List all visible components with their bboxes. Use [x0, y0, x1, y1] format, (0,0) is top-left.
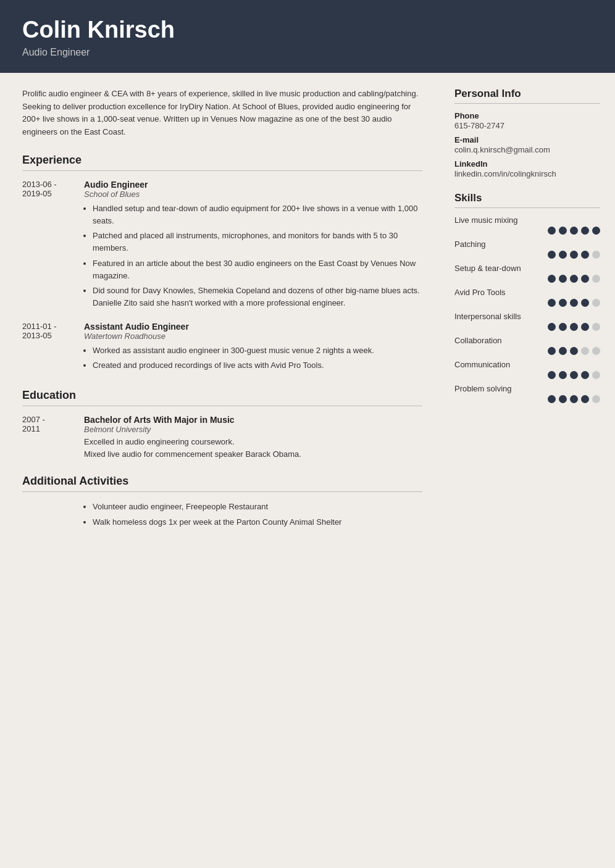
resume-header: Colin Knirsch Audio Engineer	[0, 0, 615, 73]
dot-filled	[581, 299, 589, 307]
skills-heading: Skills	[454, 192, 600, 204]
phone-label: Phone	[454, 111, 600, 120]
dot-empty	[592, 251, 600, 259]
skill-name-0: Live music mixing	[454, 215, 600, 225]
experience-section: Experience 2013-06 - 2019-05 Audio Engin…	[22, 154, 422, 374]
edu-1-degree: Bachelor of Arts With Major in Music	[84, 415, 422, 425]
dot-filled	[548, 251, 556, 259]
dot-filled	[570, 299, 578, 307]
skill-dots-3	[454, 299, 600, 307]
bullet-item: Worked as assistant audio engineer in 30…	[93, 344, 422, 357]
skill-item-3: Avid Pro Tools	[454, 288, 600, 307]
exp-2-company: Watertown Roadhouse	[84, 332, 422, 341]
skill-item-4: Interpersonal skills	[454, 312, 600, 331]
right-column: Personal Info Phone 615-780-2747 E-mail …	[442, 73, 615, 561]
experience-entry-2: 2011-01 - 2013-05 Assistant Audio Engine…	[22, 322, 422, 374]
candidate-title: Audio Engineer	[22, 47, 593, 58]
dot-empty	[592, 275, 600, 283]
dot-filled	[548, 299, 556, 307]
skill-dots-0	[454, 227, 600, 235]
exp-1-dates: 2013-06 - 2019-05	[22, 180, 84, 312]
exp-1-job-title: Audio Engineer	[84, 180, 422, 190]
skill-name-2: Setup & tear-down	[454, 264, 600, 273]
skill-dots-2	[454, 275, 600, 283]
dot-filled	[559, 347, 567, 355]
dot-filled	[570, 395, 578, 403]
skill-item-5: Collaboration	[454, 336, 600, 355]
dot-filled	[570, 347, 578, 355]
dot-filled	[570, 371, 578, 379]
exp-2-content: Assistant Audio Engineer Watertown Roadh…	[84, 322, 422, 374]
dot-filled	[581, 395, 589, 403]
skill-dots-6	[454, 371, 600, 379]
dot-filled	[548, 323, 556, 331]
skill-dots-7	[454, 395, 600, 403]
dot-filled	[581, 323, 589, 331]
exp-2-job-title: Assistant Audio Engineer	[84, 322, 422, 332]
personal-info-section: Personal Info Phone 615-780-2747 E-mail …	[454, 88, 600, 178]
dot-filled	[559, 227, 567, 235]
skills-section: Skills Live music mixingPatchingSetup & …	[454, 192, 600, 403]
activity-item-1: Volunteer audio engineer, Freepeople Res…	[93, 501, 422, 514]
exp-2-dates: 2011-01 - 2013-05	[22, 322, 84, 374]
edu-1-institution: Belmont University	[84, 425, 422, 434]
skills-list: Live music mixingPatchingSetup & tear-do…	[454, 215, 600, 403]
exp-1-content: Audio Engineer School of Blues Handled s…	[84, 180, 422, 312]
dot-filled	[592, 227, 600, 235]
activities-divider	[22, 491, 422, 492]
dot-filled	[559, 251, 567, 259]
dot-filled	[548, 347, 556, 355]
dot-empty	[592, 323, 600, 331]
bullet-item: Created and produced recordings of live …	[93, 359, 422, 372]
dot-empty	[592, 347, 600, 355]
dot-empty	[581, 347, 589, 355]
activity-item-2: Walk homeless dogs 1x per week at the Pa…	[93, 516, 422, 529]
skill-name-3: Avid Pro Tools	[454, 288, 600, 297]
edu-1-detail-1: Excelled in audio engineering coursework…	[84, 436, 422, 448]
candidate-name: Colin Knirsch	[22, 17, 593, 43]
skill-item-1: Patching	[454, 240, 600, 259]
dot-empty	[592, 371, 600, 379]
personal-info-divider	[454, 103, 600, 104]
skill-item-7: Problem solving	[454, 384, 600, 403]
summary-text: Prolific audio engineer & CEA with 8+ ye…	[22, 88, 422, 139]
skill-name-6: Communication	[454, 360, 600, 369]
dot-filled	[548, 371, 556, 379]
bullet-item: Handled setup and tear-down of audio equ…	[93, 202, 422, 227]
exp-1-company: School of Blues	[84, 190, 422, 199]
dot-filled	[559, 371, 567, 379]
education-heading: Education	[22, 389, 422, 402]
dot-filled	[559, 299, 567, 307]
resume-body: Prolific audio engineer & CEA with 8+ ye…	[0, 73, 615, 561]
dot-filled	[581, 275, 589, 283]
dot-filled	[548, 227, 556, 235]
dot-filled	[570, 323, 578, 331]
dot-filled	[570, 251, 578, 259]
dot-filled	[570, 275, 578, 283]
skill-name-5: Collaboration	[454, 336, 600, 345]
skill-name-7: Problem solving	[454, 384, 600, 393]
dot-filled	[559, 395, 567, 403]
linkedin-label: LinkedIn	[454, 159, 600, 169]
skill-item-6: Communication	[454, 360, 600, 379]
edu-1-dates: 2007 - 2011	[22, 415, 84, 460]
bullet-item: Patched and placed all instruments, micr…	[93, 230, 422, 254]
skill-dots-4	[454, 323, 600, 331]
email-value: colin.q.knirsch@gmail.com	[454, 145, 600, 154]
activities-bullets: Volunteer audio engineer, Freepeople Res…	[84, 501, 422, 529]
experience-divider	[22, 170, 422, 171]
edu-1-detail-2: Mixed live audio for commencement speake…	[84, 448, 422, 461]
skill-item-2: Setup & tear-down	[454, 264, 600, 283]
phone-value: 615-780-2747	[454, 121, 600, 130]
bullet-item: Did sound for Davy Knowles, Shemekia Cop…	[93, 285, 422, 309]
dot-filled	[548, 275, 556, 283]
skill-name-1: Patching	[454, 240, 600, 249]
email-label: E-mail	[454, 135, 600, 144]
dot-empty	[592, 395, 600, 403]
education-divider	[22, 406, 422, 406]
dot-empty	[592, 299, 600, 307]
skill-item-0: Live music mixing	[454, 215, 600, 235]
experience-entry-1: 2013-06 - 2019-05 Audio Engineer School …	[22, 180, 422, 312]
exp-2-bullets: Worked as assistant audio engineer in 30…	[84, 344, 422, 372]
dot-filled	[570, 227, 578, 235]
